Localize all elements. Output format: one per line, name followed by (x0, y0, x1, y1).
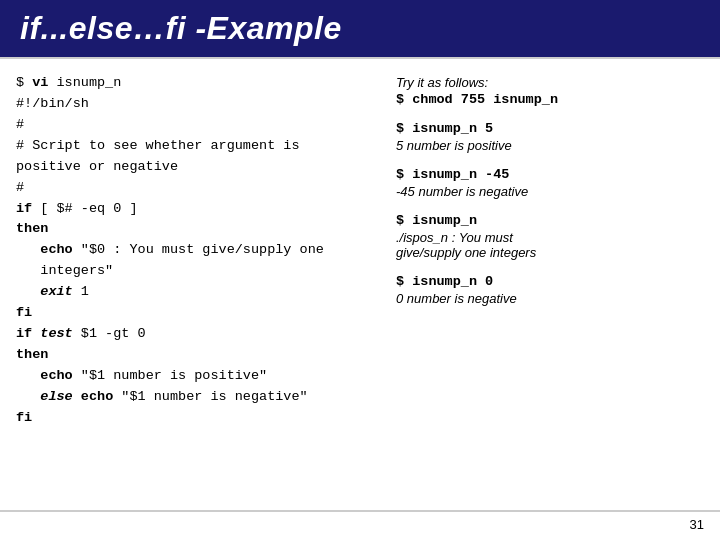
code-line-16: else echo "$1 number is negative" (16, 387, 376, 408)
code-line-4: # Script to see whether argument is (16, 136, 376, 157)
try-intro-block: Try it as follows: $ chmod 755 isnump_n (396, 75, 704, 107)
content-area: $ vi isnump_n #!/bin/sh # # Script to se… (0, 59, 720, 531)
code-line-13: if test $1 -gt 0 (16, 324, 376, 345)
desc-1: 5 number is positive (396, 138, 704, 153)
cmd-3: $ isnump_n (396, 213, 704, 228)
code-line-5: positive or negative (16, 157, 376, 178)
right-panel: Try it as follows: $ chmod 755 isnump_n … (396, 73, 704, 521)
code-line-15: echo "$1 number is positive" (16, 366, 376, 387)
desc-3: ./ispos_n : You must give/supply one int… (396, 230, 704, 260)
code-line-3: # (16, 115, 376, 136)
bottom-divider (0, 510, 720, 512)
code-line-11: exit 1 (16, 282, 376, 303)
title-bar: if...else…fi -Example (0, 0, 720, 57)
code-line-12: fi (16, 303, 376, 324)
example-block-2: $ isnump_n -45 -45 number is negative (396, 167, 704, 199)
example-block-1: $ isnump_n 5 5 number is positive (396, 121, 704, 153)
code-line-6: # (16, 178, 376, 199)
dollar-vi: $ vi isnump_n (16, 75, 121, 90)
cmd-1: $ isnump_n 5 (396, 121, 704, 136)
title-text: if...else…fi -Example (20, 10, 342, 46)
code-line-17: fi (16, 408, 376, 429)
code-line-14: then (16, 345, 376, 366)
code-line-8: then (16, 219, 376, 240)
desc-4: 0 number is negative (396, 291, 704, 306)
code-panel: $ vi isnump_n #!/bin/sh # # Script to se… (16, 73, 376, 521)
cmd-4: $ isnump_n 0 (396, 274, 704, 289)
code-line-2: #!/bin/sh (16, 94, 376, 115)
code-line-7: if [ $# -eq 0 ] (16, 199, 376, 220)
chmod-cmd: $ chmod 755 isnump_n (396, 92, 704, 107)
desc-2: -45 number is negative (396, 184, 704, 199)
example-block-3: $ isnump_n ./ispos_n : You must give/sup… (396, 213, 704, 260)
page-number: 31 (690, 517, 704, 532)
code-line-9: echo "$0 : You must give/supply one (16, 240, 376, 261)
code-line-1: $ vi isnump_n (16, 73, 376, 94)
cmd-2: $ isnump_n -45 (396, 167, 704, 182)
example-block-4: $ isnump_n 0 0 number is negative (396, 274, 704, 306)
code-line-10: integers" (16, 261, 376, 282)
try-intro-text: Try it as follows: (396, 75, 704, 90)
